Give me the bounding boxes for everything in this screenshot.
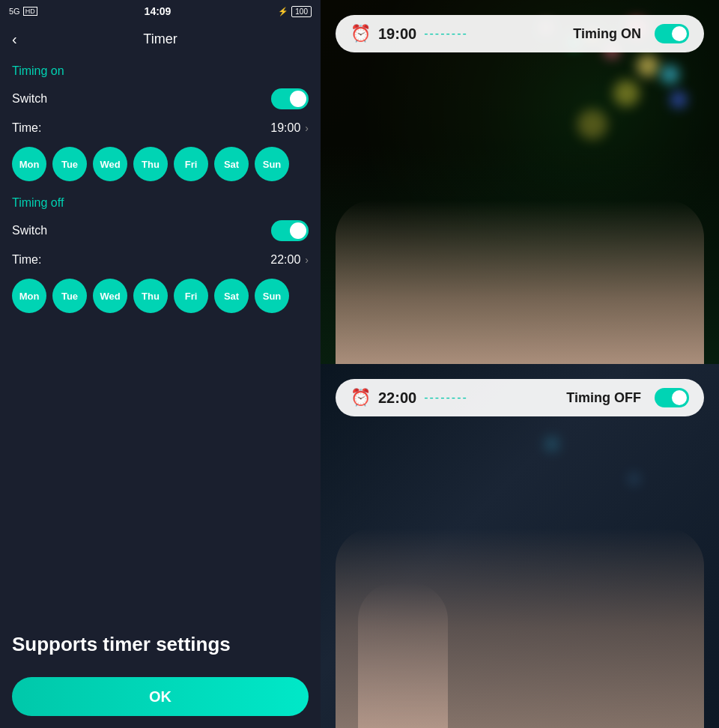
bottom-timer-dots: -------- bbox=[424, 391, 559, 404]
chevron-icon: › bbox=[305, 122, 309, 134]
top-timer-time: 19:00 bbox=[378, 25, 416, 43]
top-timer-toggle[interactable] bbox=[655, 24, 689, 43]
top-timer-label: Timing ON bbox=[573, 26, 641, 42]
status-time: 14:09 bbox=[145, 5, 172, 17]
day-tue-off[interactable]: Tue bbox=[52, 279, 87, 313]
day-wed-on[interactable]: Wed bbox=[93, 147, 127, 181]
timing-off-switch-label: Switch bbox=[12, 224, 47, 237]
day-sat-off[interactable]: Sat bbox=[214, 279, 249, 313]
bottom-timer-time: 22:00 bbox=[378, 389, 416, 407]
timing-off-title: Timing off bbox=[12, 196, 309, 210]
day-thu-on[interactable]: Thu bbox=[133, 147, 168, 181]
timing-on-time-label: Time: bbox=[12, 121, 41, 135]
alarm-icon-top: ⏰ bbox=[351, 24, 371, 43]
hd-icon: HD bbox=[23, 7, 37, 16]
timing-on-switch-label: Switch bbox=[12, 92, 47, 106]
status-left: 5G HD bbox=[9, 7, 37, 16]
signal-icon: 5G bbox=[9, 7, 20, 16]
supports-text: Supports timer settings bbox=[0, 617, 321, 665]
status-right: ⚡ 100 bbox=[278, 6, 312, 17]
ok-button-container: OK bbox=[0, 665, 321, 728]
timing-off-time-row[interactable]: Time: 22:00 › bbox=[12, 253, 309, 267]
day-mon-off[interactable]: Mon bbox=[12, 279, 46, 313]
top-photo-section: ⏰ 19:00 -------- Timing ON bbox=[321, 0, 719, 364]
bottom-timer-label: Timing OFF bbox=[566, 390, 641, 406]
timing-off-time-label: Time: bbox=[12, 253, 41, 267]
right-panel: ⏰ 19:00 -------- Timing ON ⏰ 22:00 -----… bbox=[321, 0, 719, 728]
timing-off-switch-row: Switch bbox=[12, 220, 309, 241]
battery-icon: 100 bbox=[291, 6, 312, 17]
day-mon-on[interactable]: Mon bbox=[12, 147, 46, 181]
timing-on-title: Timing on bbox=[12, 64, 309, 78]
bottom-timer-toggle[interactable] bbox=[655, 388, 689, 407]
timing-off-time-value[interactable]: 22:00 › bbox=[270, 253, 309, 267]
bottom-timer-card: ⏰ 22:00 -------- Timing OFF bbox=[336, 379, 704, 416]
day-sun-off[interactable]: Sun bbox=[255, 279, 289, 313]
top-timer-card: ⏰ 19:00 -------- Timing ON bbox=[336, 15, 704, 52]
timing-on-time-value[interactable]: 19:00 › bbox=[270, 121, 309, 135]
day-tue-on[interactable]: Tue bbox=[52, 147, 87, 181]
timing-off-days: Mon Tue Wed Thu Fri Sat Sun bbox=[12, 279, 309, 313]
timing-on-days: Mon Tue Wed Thu Fri Sat Sun bbox=[12, 147, 309, 181]
ok-button[interactable]: OK bbox=[12, 677, 309, 716]
day-thu-off[interactable]: Thu bbox=[133, 279, 168, 313]
timing-on-toggle[interactable] bbox=[271, 88, 309, 109]
day-fri-off[interactable]: Fri bbox=[174, 279, 208, 313]
page-title: Timer bbox=[143, 31, 177, 47]
day-sat-on[interactable]: Sat bbox=[214, 147, 249, 181]
alarm-icon-bottom: ⏰ bbox=[351, 388, 371, 407]
back-button[interactable]: ‹ bbox=[12, 31, 17, 48]
timing-off-toggle[interactable] bbox=[271, 220, 309, 241]
left-panel: 5G HD 14:09 ⚡ 100 ‹ Timer Timing on Swit… bbox=[0, 0, 321, 728]
content-area: Timing on Switch Time: 19:00 › Mon Tue W… bbox=[0, 55, 321, 617]
day-wed-off[interactable]: Wed bbox=[93, 279, 127, 313]
bottom-photo-section: ⏰ 22:00 -------- Timing OFF bbox=[321, 364, 719, 728]
top-timer-dots: -------- bbox=[424, 27, 565, 40]
chevron-icon-2: › bbox=[305, 254, 309, 266]
status-bar: 5G HD 14:09 ⚡ 100 bbox=[0, 0, 321, 22]
day-fri-on[interactable]: Fri bbox=[174, 147, 208, 181]
timing-on-time-row[interactable]: Time: 19:00 › bbox=[12, 121, 309, 135]
nav-bar: ‹ Timer bbox=[0, 22, 321, 55]
timing-on-switch-row: Switch bbox=[12, 88, 309, 109]
bluetooth-icon: ⚡ bbox=[278, 7, 288, 16]
day-sun-on[interactable]: Sun bbox=[255, 147, 289, 181]
